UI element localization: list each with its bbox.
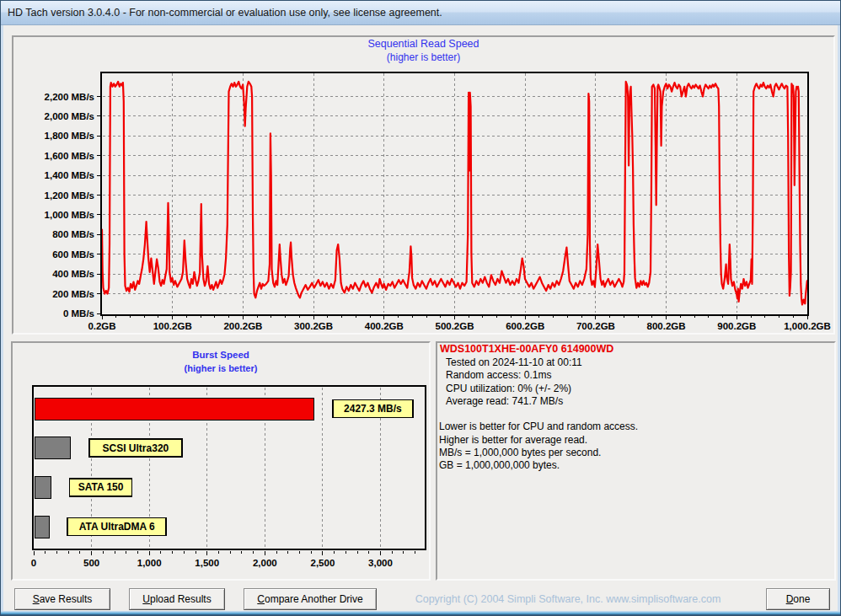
window-title: HD Tach version 3.0.4.0 - For non-commer… [8, 7, 442, 19]
drive-info-line: Lower is better for CPU and random acces… [439, 420, 832, 433]
window-border-bottom [1, 611, 840, 615]
drive-info-line: Average read: 741.7 MB/s [439, 395, 832, 408]
sequential-chart-subtitle: (higher is better) [12, 51, 835, 63]
copyright-text: Copyright (C) 2004 Simpli Software, Inc.… [395, 593, 741, 605]
done-button[interactable]: Done [766, 588, 830, 610]
window-border-left [1, 25, 3, 615]
burst-chart-title: Burst Speed [11, 350, 431, 360]
drive-info-line: Random access: 0.1ms [439, 369, 832, 382]
drive-info-line: Higher is better for average read. [439, 434, 832, 447]
drive-info-line: MB/s = 1,000,000 bytes per second. [439, 447, 832, 459]
compare-another-drive-button[interactable]: Compare Another Drive [244, 588, 377, 610]
drive-info-line: CPU utilization: 0% (+/- 2%) [439, 383, 832, 395]
window-border-right [838, 25, 840, 615]
drive-info-line: Tested on 2024-11-10 at 00:11 [439, 356, 832, 369]
sequential-chart-title: Sequential Read Speed [12, 38, 835, 50]
drive-info-line [439, 408, 832, 420]
burst-speed-panel [11, 341, 431, 581]
drive-info-text: Tested on 2024-11-10 at 00:11Random acce… [439, 356, 832, 473]
drive-info-line: GB = 1,000,000,000 bytes. [439, 459, 832, 472]
app-window: HD Tach version 3.0.4.0 - For non-commer… [0, 0, 841, 616]
save-results-button[interactable]: Save Results [14, 588, 110, 610]
titlebar: HD Tach version 3.0.4.0 - For non-commer… [1, 1, 840, 25]
upload-results-button[interactable]: Upload Results [129, 588, 225, 610]
burst-chart-subtitle: (higher is better) [11, 363, 431, 373]
sequential-read-panel [12, 35, 835, 335]
drive-model-label: WDS100T1XHE-00AFY0 614900WD [440, 343, 833, 355]
